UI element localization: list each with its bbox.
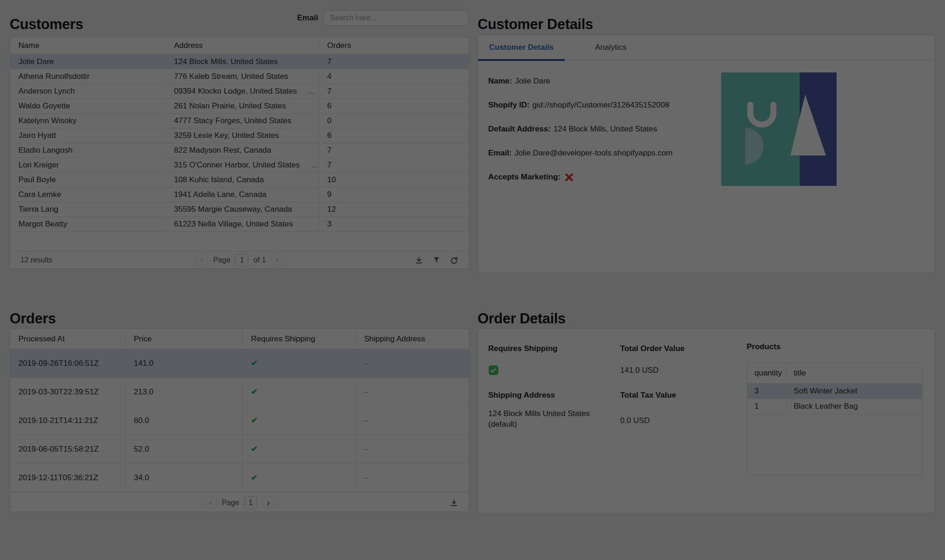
column-header-price: Price (126, 329, 243, 349)
customers-table-footer: 12 results ‹ Page of 1 › (10, 251, 469, 268)
customer-name-cell: Lori Kreiger (10, 158, 166, 172)
total-order-value: 141.0 USD (620, 366, 658, 375)
shipping-address-label: Shipping Address (488, 391, 555, 400)
order-price-cell: 60.0 (126, 406, 243, 435)
customer-name-cell: Waldo Goyette (10, 99, 166, 113)
address-text: 3259 Lexie Key, United States (174, 131, 279, 140)
customer-orders-cell: 7 (319, 158, 469, 172)
tab-label: Customer Details (489, 43, 554, 52)
order-row[interactable]: 2019-10-21T14:11:21Z60.0✔– (10, 406, 469, 435)
column-header-requires-shipping: Requires Shipping (243, 329, 356, 349)
order-requires-shipping-cell: ✔ (243, 378, 356, 406)
customer-orders-cell: 6 (319, 128, 469, 143)
orders-page-input[interactable] (244, 496, 257, 509)
customers-page-input[interactable] (235, 254, 248, 267)
customers-pagination: ‹ Page of 1 › (10, 254, 469, 267)
field-name: Name Jolie Dare (488, 77, 672, 85)
email-search-label: Email (297, 13, 318, 23)
order-row[interactable]: 2019-03-30T22:39:51Z213.0✔– (10, 378, 469, 406)
customer-name-cell: Jairo Hyatt (10, 128, 166, 143)
address-text: 261 Nolan Prairie, United States (174, 101, 286, 111)
shipping-address-value: 124 Block Mills United States (default) (488, 408, 604, 429)
customer-orders-cell: 12 (319, 202, 469, 216)
customer-row[interactable]: Paul Boyle108 Kuhic Island, Canada10 (10, 173, 469, 187)
product-quantity-cell: 1 (748, 399, 787, 414)
address-text: 776 Kaleb Stream, United States (174, 72, 288, 81)
customer-orders-cell: 7 (319, 84, 469, 98)
customer-row[interactable]: Tierra Lang35595 Margie Causeway, Canada… (10, 202, 469, 217)
customer-row[interactable]: Anderson Lynch09394 Klocko Lodge, United… (10, 84, 469, 99)
customers-next-page-button[interactable]: › (271, 254, 283, 267)
filter-button[interactable] (432, 256, 441, 265)
customer-name-cell: Paul Boyle (10, 173, 166, 187)
customer-address-cell: 61223 Nella Village, United States (166, 217, 319, 231)
filter-icon (432, 256, 441, 264)
order-price-cell: 34.0 (126, 464, 243, 492)
column-header-orders: Orders (319, 37, 469, 54)
customers-prev-page-button[interactable]: ‹ (196, 254, 208, 267)
refresh-button[interactable] (449, 256, 459, 265)
customer-row[interactable]: Margot Beatty61223 Nella Village, United… (10, 217, 469, 232)
customer-fields: Name Jolie Dare Shopify ID gid://shopify… (488, 77, 672, 197)
product-title-cell: Soft Winter Jacket (787, 384, 922, 399)
field-label: Shopify ID (488, 101, 530, 110)
customer-orders-cell: 6 (319, 99, 469, 113)
customers-table: Name Address Orders Jolie Dare124 Block … (10, 37, 469, 269)
customer-row[interactable]: Jairo Hyatt3259 Lexie Key, United States… (10, 128, 469, 143)
download-button[interactable] (414, 256, 424, 265)
check-mark-icon: ✔ (251, 358, 257, 368)
customer-name-cell: Margot Beatty (10, 217, 166, 231)
download-button[interactable] (449, 498, 459, 507)
check-mark-icon: ✔ (251, 416, 257, 425)
chevron-right-icon: › (275, 255, 279, 264)
check-mark-icon: ✔ (251, 473, 257, 483)
field-shopify-id: Shopify ID gid://shopify/Customer/312643… (488, 101, 672, 109)
product-row[interactable]: 1Black Leather Bag (748, 399, 922, 414)
orders-next-page-button[interactable]: › (262, 496, 275, 509)
order-shipping-address-cell: – (356, 406, 469, 435)
order-row[interactable]: 2019-12-11T05:36:21Z34.0✔– (10, 464, 469, 492)
address-text: 61223 Nella Village, United States (174, 220, 293, 229)
customer-address-cell: 35595 Margie Causeway, Canada (166, 202, 319, 216)
address-text: 09394 Klocko Lodge, United States (174, 87, 297, 96)
tab-label: Analytics (595, 43, 627, 52)
customer-row[interactable]: Cara Lemke1941 Adella Lane, Canada9 (10, 187, 469, 202)
order-row[interactable]: 2019-09-26T16:06:51Z141.0✔– (10, 349, 469, 378)
address-text: 822 Madyson Rest, Canada (174, 146, 271, 155)
order-shipping-address-cell: – (356, 378, 469, 406)
order-shipping-address-cell: – (356, 349, 469, 377)
customer-details-panel: Customer Details Analytics Name Jolie Da… (478, 35, 935, 273)
product-quantity-cell: 3 (748, 384, 787, 399)
customer-row[interactable]: Lori Kreiger315 O'Conner Harbor, United … (10, 158, 469, 173)
customer-row[interactable]: Jolie Dare124 Block Mills, United States… (10, 54, 469, 69)
field-label: Default Address (488, 125, 550, 134)
orders-prev-page-button[interactable]: ‹ (204, 496, 217, 509)
customer-row[interactable]: Athena Runolfsdottir776 Kaleb Stream, Un… (10, 69, 469, 84)
order-details-title: Order Details (478, 310, 566, 327)
customers-title: Customers (10, 16, 83, 33)
order-requires-shipping-cell: ✔ (243, 464, 356, 492)
email-search-input[interactable] (323, 10, 469, 26)
customer-name-cell: Jolie Dare (10, 54, 166, 69)
customer-row[interactable]: Katelynn Wisoky4777 Stacy Forges, United… (10, 113, 469, 128)
tab-analytics[interactable]: Analytics (584, 35, 638, 60)
truncation-ellipsis-icon: … (311, 161, 319, 170)
customer-row[interactable]: Eladio Langosh822 Madyson Rest, Canada7 (10, 143, 469, 158)
column-header-shipping-address: Shipping Address (356, 329, 469, 349)
order-requires-shipping-cell: ✔ (243, 349, 356, 377)
download-icon (450, 499, 458, 507)
order-row[interactable]: 2019-06-05T15:58:21Z52.0✔– (10, 435, 469, 464)
product-row[interactable]: 3Soft Winter Jacket (748, 384, 922, 399)
field-label: Email (488, 149, 512, 158)
field-value: Jolie Dare (515, 77, 550, 86)
active-tab-indicator (478, 59, 565, 61)
address-text: 4777 Stacy Forges, United States (174, 116, 291, 125)
column-header-title: title (787, 363, 922, 383)
order-price-cell: 141.0 (126, 349, 243, 377)
field-default-address: Default Address 124 Block Mills, United … (488, 125, 672, 133)
tab-customer-details[interactable]: Customer Details (478, 35, 565, 60)
customer-row[interactable]: Waldo Goyette261 Nolan Prairie, United S… (10, 99, 469, 113)
customer-details-title: Customer Details (478, 16, 593, 33)
field-value: 124 Block Mills, United States (553, 125, 657, 134)
avatar-teal-background (721, 72, 800, 186)
